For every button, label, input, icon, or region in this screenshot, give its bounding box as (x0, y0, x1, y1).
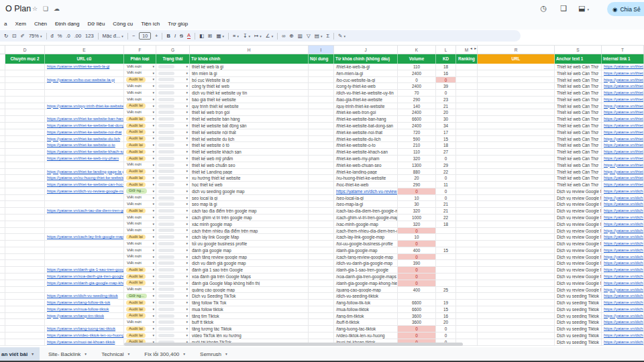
chevron-down-icon[interactable]: ▾ (152, 162, 154, 168)
cell-volume[interactable]: 590 (398, 136, 436, 143)
cell-kd[interactable]: 18 (436, 64, 456, 70)
cell-chuyen-muc-2[interactable] (5, 97, 45, 103)
cell-tu-khoa-khong-dau[interactable]: /video-tiktok-len-xu-huong (334, 333, 398, 339)
cell-tu-khoa-chinh[interactable]: cách lấy link Google Map (190, 234, 309, 241)
cell-ranking[interactable] (456, 215, 478, 221)
cell-phan-loai[interactable]: Giữ ng...▾ (124, 293, 156, 300)
status-pill[interactable] (158, 111, 174, 114)
cell-ranking[interactable] (456, 109, 478, 116)
cell-url-cu[interactable]: https://yatame.vn/cach-lay-link-google-m… (45, 234, 124, 241)
sheet-tab-4[interactable]: Semrush▾ (194, 347, 233, 361)
cell-phan-loai[interactable]: Audit lại▾ (124, 116, 156, 123)
cell-tu-khoa-chinh[interactable]: quảng cáo google map (190, 287, 309, 294)
cell-url[interactable] (478, 287, 555, 294)
sheet-tab-1[interactable]: Site- Backlink▾ (42, 347, 93, 361)
cell-url-cu[interactable] (45, 90, 124, 97)
cell-chuyen-muc-2[interactable] (5, 116, 45, 123)
cell-url[interactable] (478, 280, 555, 287)
cell-anchor-text-1[interactable]: Dịch vụ review Google Map (555, 267, 602, 274)
chevron-down-icon[interactable]: ▾ (186, 326, 188, 332)
phan-loai-chip[interactable]: Viết mới (126, 110, 142, 115)
cell-url[interactable] (478, 77, 555, 84)
cell-tu-khoa-khong-dau[interactable]: /thiet-ke-landing-page (334, 169, 398, 176)
cell-kd[interactable]: 39 (436, 83, 456, 90)
cell-kd[interactable]: 15 (436, 136, 456, 143)
cell-tu-khoa-chinh[interactable]: thiết kế website nội thất (190, 129, 309, 136)
cell-url-cu[interactable]: https://yatame.vn/video-tiktok-len-xu-hu… (45, 333, 124, 339)
cell-trang-thai[interactable]: ▾ (156, 136, 190, 143)
cell-url-cu[interactable]: https://yatame.vn/thiet-ke-website-khach… (45, 149, 124, 156)
cell-noi-dung[interactable] (309, 247, 334, 254)
cell-internal-link-1[interactable]: https://yatame.vn/dich-vu-review-google-… (602, 267, 644, 274)
chevron-down-icon[interactable]: ▾ (152, 156, 154, 162)
phan-loai-chip[interactable]: Audit lại (126, 149, 146, 155)
cell-chuyen-muc-2[interactable] (5, 254, 45, 261)
cell-tu-khoa-khong-dau[interactable]: /mua-follow-tiktok (334, 306, 398, 313)
chevron-down-icon[interactable]: ▾ (186, 162, 188, 168)
cell-url[interactable] (478, 175, 555, 182)
cell-internal-link-1[interactable]: https://yatame.vn/thiet-ke-web-can-tho (602, 77, 644, 84)
cell-url-cu[interactable]: https://yatame.vn/dich-vu-review-google-… (45, 188, 124, 195)
chevron-down-icon[interactable]: ▾ (186, 149, 188, 155)
cell-internal-link-1[interactable]: https://yatame.vn/dich-vu-seeding-tiktok (602, 306, 644, 313)
cell-chuyen-muc-2[interactable] (5, 313, 45, 320)
cell-anchor-text-1[interactable]: Thiết kế web Cần Thơ (555, 116, 602, 123)
status-pill[interactable] (158, 216, 174, 219)
cell-url[interactable] (478, 234, 555, 241)
print-icon[interactable]: ⊡ (12, 33, 16, 39)
column-header-H[interactable]: Từ khóa chính (190, 54, 309, 64)
cell-ranking[interactable] (456, 77, 478, 84)
cell-ranking[interactable] (456, 221, 478, 228)
cell-internal-link-1[interactable]: https://yatame.vn/dich-vu-review-google-… (602, 228, 644, 235)
status-pill[interactable] (158, 275, 174, 278)
cell-chuyen-muc-2[interactable] (5, 215, 45, 221)
cell-trang-thai[interactable]: ▾ (156, 260, 190, 267)
cell-tu-khoa-khong-dau[interactable]: /cach-ghim-vi-tri-tren-google-map (334, 215, 398, 221)
phan-loai-chip[interactable]: Audit lại (126, 123, 146, 129)
cell-url[interactable] (478, 228, 555, 235)
cell-internal-link-1[interactable]: https://yatame.vn/thiet-ke-web-can-tho (602, 64, 644, 70)
cell-kd[interactable]: 21 (436, 201, 456, 208)
cell-noi-dung[interactable] (309, 142, 334, 149)
cell-chuyen-muc-2[interactable] (5, 109, 45, 116)
cell-url-cu[interactable]: https://yatame.vn/danh-gia-1-sao-tren-go… (45, 267, 124, 274)
cell-volume[interactable]: 290 (398, 97, 436, 103)
cell-volume[interactable]: 400 (398, 247, 436, 254)
status-pill[interactable] (158, 308, 174, 311)
cell-chuyen-muc-2[interactable] (5, 162, 45, 169)
cell-volume[interactable]: 1300 (398, 162, 436, 169)
cell-chuyen-muc-2[interactable] (5, 169, 45, 176)
cell-tu-khoa-chinh[interactable]: dịch vụ thiết kế website uy tín (190, 90, 309, 97)
menu-item-6[interactable]: Tiện ích (137, 21, 164, 27)
cell-kd[interactable]: 22 (436, 215, 456, 221)
cell-tu-khoa-khong-dau[interactable]: /bo-cuc-website-la-gi (334, 77, 398, 84)
cell-volume[interactable]: 0 (398, 254, 436, 261)
cell-url[interactable] (478, 109, 555, 116)
cell-url-cu[interactable]: https://yatame.vn/xu-huong-thiet-ke-webs… (45, 175, 124, 182)
chevron-down-icon[interactable]: ▾ (186, 254, 188, 260)
cell-tu-khoa-chinh[interactable]: seo local là gì (190, 195, 309, 202)
cell-kd[interactable]: 17 (436, 129, 456, 136)
cell-chuyen-muc-2[interactable] (5, 188, 45, 195)
phan-loai-chip[interactable]: Audit lại (126, 307, 146, 312)
chevron-down-icon[interactable]: ▾ (152, 142, 154, 148)
cell-phan-loai[interactable]: Viết mới▾ (124, 83, 156, 90)
status-pill[interactable] (158, 294, 174, 298)
status-pill[interactable] (158, 105, 174, 108)
cell-noi-dung[interactable] (309, 123, 334, 129)
cell-kd[interactable] (436, 241, 456, 247)
cell-ranking[interactable] (456, 247, 478, 254)
cell-phan-loai[interactable]: Audit lại▾ (124, 313, 156, 320)
cell-url-cu[interactable]: https://yatame.vn/tang-tuong-tac-tiktok (45, 326, 124, 333)
cell-noi-dung[interactable] (309, 162, 334, 169)
phan-loai-chip[interactable]: Audit lại (126, 136, 146, 141)
cell-phan-loai[interactable]: Viết mới▾ (124, 254, 156, 261)
cell-chuyen-muc-2[interactable] (5, 70, 45, 77)
cell-internal-link-1[interactable]: https://yatame.vn/thiet-ke-web-can-tho (602, 175, 644, 182)
cell-chuyen-muc-2[interactable] (5, 228, 45, 235)
chevron-down-icon[interactable]: ▾ (32, 352, 34, 356)
cell-trang-thai[interactable]: ▾ (156, 221, 190, 228)
phan-loai-chip[interactable]: Viết mới (126, 228, 142, 233)
column-header-S[interactable]: Anchor text 1 (555, 54, 602, 64)
status-pill[interactable] (158, 183, 174, 186)
